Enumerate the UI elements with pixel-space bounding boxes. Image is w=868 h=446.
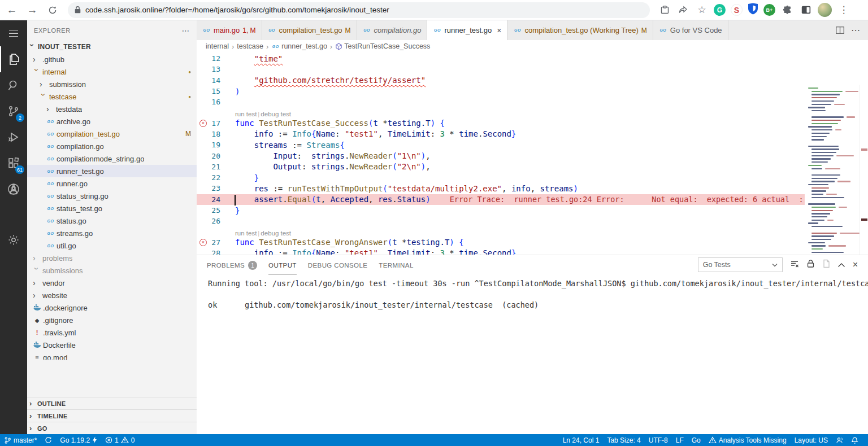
tree-folder-website[interactable]: ›website [27,289,197,301]
section-outline[interactable]: ›OUTLINE [27,397,197,409]
tree-file-status-string-go[interactable]: GOstatus_string.go [27,190,197,202]
cursor-position-status[interactable]: Ln 24, Col 1 [559,436,604,444]
tree-folder-submission[interactable]: ›submission [27,78,197,90]
panel-tab-output[interactable]: OUTPUT [268,255,297,274]
analysis-tools-status[interactable]: Analysis Tools Missing [705,436,791,444]
share-icon[interactable] [676,3,690,17]
code-line-14[interactable]: 14 "github.com/stretchr/testify/assert" [197,75,805,86]
tree-file-runner-go[interactable]: GOrunner.go [27,177,197,190]
tab-size-status[interactable]: Tab Size: 4 [603,436,644,444]
panel-tab-problems[interactable]: PROBLEMS1 [207,255,257,274]
split-editor-icon[interactable] [836,27,844,34]
tree-file-archive-go[interactable]: GOarchive.go [27,115,197,128]
tree-file-go-mod[interactable]: ≡go.mod [27,351,197,360]
panel-tab-debug-console[interactable]: DEBUG CONSOLE [308,255,368,274]
tree-file-util-go[interactable]: GOutil.go [27,239,197,252]
back-icon[interactable]: ← [3,2,20,19]
s-extension-icon[interactable]: S [731,4,743,16]
code-line-12[interactable]: 12 "time" [197,53,805,64]
code-editor[interactable]: 12 "time"1314 "github.com/stretchr/testi… [197,53,868,255]
code-line-26[interactable]: 26 [197,216,805,226]
breadcrumb-item[interactable]: testcase [237,42,263,50]
codelens-debug-test[interactable]: debug test [261,230,291,237]
breadcrumb-item[interactable]: internal [206,42,229,50]
language-mode-status[interactable]: Go [688,436,705,444]
code-line-17[interactable]: ×17func TestRunTestCase_Success(t *testi… [197,117,805,128]
run-debug-icon[interactable] [0,124,27,150]
minimap[interactable] [805,85,860,255]
forward-icon[interactable]: → [24,2,41,19]
git-branch-status[interactable]: master* [0,434,41,446]
tree-folder-testdata[interactable]: ›testdata [27,103,197,115]
breadcrumb-item[interactable]: runner_test.go [281,42,327,50]
overview-ruler[interactable] [860,85,868,255]
notifications-bell-icon[interactable] [847,436,862,444]
maximize-panel-icon[interactable] [837,260,845,270]
tab-runner-test-go[interactable]: GOrunner_test.go× [427,20,507,40]
tree-file-dockerfile[interactable]: Dockerfile [27,339,197,351]
tree-file-status-go[interactable]: GOstatus.go [27,215,197,227]
panel-tab-terminal[interactable]: TERMINAL [379,255,413,274]
codelens-debug-test[interactable]: debug test [261,111,291,117]
output-content[interactable]: Running tool: /usr/local/go/bin/go test … [197,274,868,311]
settings-gear-icon[interactable] [0,227,27,253]
tree-file-dockerignore[interactable]: .dockerignore [27,301,197,314]
tree-file-compilationmode-string-go[interactable]: GOcompilationmode_string.go [27,152,197,165]
tree-file-travis-yml[interactable]: !.travis.yml [27,326,197,339]
tree-folder-internal[interactable]: ›internal● [27,65,197,78]
sync-status[interactable] [41,434,56,446]
section-go[interactable]: ›GO [27,422,197,434]
tree-folder-submissions[interactable]: ›submissions [27,264,197,277]
code-line-20[interactable]: 20 Input: strings.NewReader("1\n"), [197,150,805,161]
encoding-status[interactable]: UTF-8 [645,436,672,444]
codelens-run-test[interactable]: run test [235,230,257,237]
code-line-27[interactable]: ×27func TestRunTestCase_WrongAnswer(t *t… [197,237,805,247]
browser-menu-icon[interactable]: ⋮ [837,3,850,17]
breadcrumb-item[interactable]: TestRunTestCase_Success [344,42,430,50]
tab-main-go[interactable]: GOmain.go1, M [197,20,262,40]
account-icon[interactable] [0,176,27,202]
sidebar-actions-icon[interactable]: ⋯ [181,26,190,35]
browser-profile-avatar[interactable] [818,3,832,17]
tab-compilation-test-go-working-tree[interactable]: GOcompilation_test.go (Working Tree)M [507,20,653,40]
bookmark-star-icon[interactable]: ☆ [695,3,709,17]
bplus-extension-icon[interactable]: B+ [763,4,775,16]
code-line-22[interactable]: 22 } [197,172,805,183]
collections-icon[interactable] [658,3,671,17]
tree-folder-github[interactable]: ›.github [27,53,197,65]
eol-status[interactable]: LF [672,436,688,444]
keyboard-layout-status[interactable]: Layout: US [791,436,832,444]
tab-go-for-vs-code[interactable]: GOGo for VS Code [653,20,728,40]
extensions-puzzle-icon[interactable] [780,3,794,17]
code-line-18[interactable]: 18 info := Info{Name: "test1", TimeLimit… [197,129,805,139]
tree-file-gitignore[interactable]: ◆.gitignore [27,314,197,326]
section-timeline[interactable]: ›TIMELINE [27,409,197,422]
code-line-15[interactable]: 15) [197,86,805,97]
tree-file-compilation-test-go[interactable]: GOcompilation_test.goM [27,128,197,140]
menu-icon[interactable] [0,20,27,46]
reload-icon[interactable] [44,2,61,19]
tree-file-streams-go[interactable]: GOstreams.go [27,227,197,239]
source-control-icon[interactable]: 2 [0,98,27,124]
code-line-21[interactable]: 21 Output: strings.NewReader("2\n"), [197,161,805,172]
tree-folder-vendor[interactable]: ›vendor [27,277,197,289]
code-line-13[interactable]: 13 [197,64,805,75]
problems-status[interactable]: 1 0 [101,434,138,446]
tree-file-compilation-go[interactable]: GOcompilation.go [27,140,197,152]
grammarly-extension-icon[interactable]: G [714,4,726,16]
close-tab-icon[interactable]: × [497,26,501,35]
tree-file-status-test-go[interactable]: GOstatus_test.go [27,202,197,215]
code-line-23[interactable]: 23 res := runTestWithTmpOutput("testdata… [197,183,805,194]
code-line-16[interactable]: 16 [197,97,805,107]
lock-output-icon[interactable] [806,259,815,270]
codelens-run-test[interactable]: run test [235,111,257,117]
code-line-28[interactable]: 28 info := Info{Name: "test1", TimeLimit… [197,248,805,255]
tree-folder-inout-tester[interactable]: ›INOUT_TESTER [27,41,197,53]
editor-more-actions-icon[interactable]: ⋯ [851,25,860,36]
code-line-25[interactable]: 25} [197,205,805,216]
tab-compilation-go[interactable]: GOcompilation.go [357,20,428,40]
output-channel-select[interactable]: Go Tests [698,257,783,272]
tree-folder-testcase[interactable]: ›testcase● [27,90,197,103]
feedback-icon[interactable] [832,436,847,444]
close-panel-icon[interactable]: × [853,260,858,270]
